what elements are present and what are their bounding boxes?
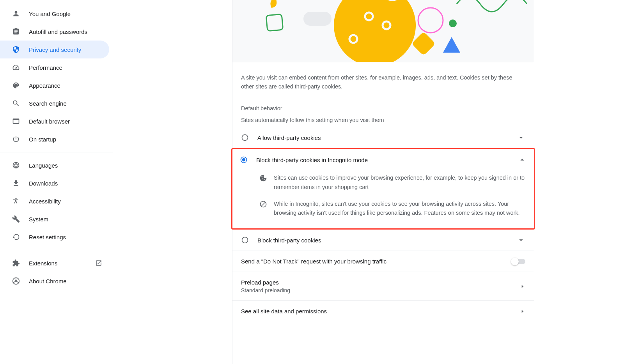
sidebar-item-label: You and Google — [29, 11, 71, 17]
sidebar-item-label: Extensions — [29, 260, 57, 267]
chevron-down-icon — [517, 236, 525, 244]
sidebar-item-label: Accessibility — [29, 198, 61, 205]
chevron-right-icon — [520, 284, 525, 289]
wrench-icon — [12, 215, 20, 223]
sidebar-item-label: System — [29, 216, 48, 223]
sidebar-item-accessibility[interactable]: Accessibility — [0, 192, 109, 210]
sidebar-item-you-google[interactable]: You and Google — [0, 5, 109, 23]
chevron-down-icon — [517, 133, 525, 142]
svg-point-1 — [15, 280, 17, 282]
sidebar-item-performance[interactable]: Performance — [0, 58, 109, 76]
power-icon — [12, 135, 20, 143]
toggle-off[interactable] — [512, 259, 525, 264]
option-block-incognito[interactable]: Block third-party cookies in Incognito m… — [232, 149, 534, 170]
accessibility-icon — [12, 197, 20, 205]
sidebar-item-privacy[interactable]: Privacy and security — [0, 41, 109, 58]
sidebar-item-label: On startup — [29, 136, 56, 143]
setting-label: See all site data and permissions — [241, 308, 520, 315]
open-external-icon — [95, 260, 102, 267]
chevron-up-icon — [518, 155, 526, 164]
setting-site-data-permissions[interactable]: See all site data and permissions — [232, 300, 534, 322]
sidebar-item-label: Reset settings — [29, 234, 66, 240]
option-allow-third-party[interactable]: Allow third-party cookies — [232, 127, 534, 148]
globe-icon — [12, 161, 20, 170]
setting-label: Preload pages — [241, 279, 520, 286]
section-subtitle: Sites automatically follow this setting … — [241, 117, 525, 123]
sidebar-item-about[interactable]: About Chrome — [0, 272, 109, 290]
chevron-right-icon — [520, 309, 525, 314]
sidebar-item-autofill[interactable]: Autofill and passwords — [0, 23, 109, 41]
setting-label: Send a "Do Not Track" request with your … — [241, 258, 512, 265]
sidebar-item-label: Downloads — [29, 180, 58, 187]
option-label: Block third-party cookies in Incognito m… — [256, 157, 513, 163]
highlighted-region: Block third-party cookies in Incognito m… — [231, 148, 535, 230]
option-block-all[interactable]: Block third-party cookies — [232, 230, 534, 251]
sidebar-item-downloads[interactable]: Downloads — [0, 174, 109, 192]
option-label: Allow third-party cookies — [257, 134, 512, 141]
chrome-icon — [12, 277, 20, 285]
palette-icon — [12, 81, 20, 90]
sidebar-item-languages[interactable]: Languages — [0, 156, 109, 174]
sidebar-item-label: Performance — [29, 64, 62, 71]
detail-cookie-desc: Sites can use cookies to improve your br… — [241, 170, 525, 196]
sidebar-item-reset[interactable]: Reset settings — [0, 228, 109, 246]
svg-point-13 — [242, 158, 245, 161]
sidebar-item-label: Default browser — [29, 118, 70, 125]
sidebar-item-system[interactable]: System — [0, 210, 109, 228]
radio-selected-icon — [240, 156, 248, 164]
svg-point-9 — [449, 19, 457, 27]
svg-rect-10 — [411, 32, 436, 56]
block-icon — [259, 200, 268, 208]
sidebar-item-search-engine[interactable]: Search engine — [0, 94, 109, 112]
sidebar-item-label: Autofill and passwords — [29, 28, 87, 35]
setting-preload-pages[interactable]: Preload pages Standard preloading — [232, 272, 534, 300]
setting-sublabel: Standard preloading — [241, 287, 520, 293]
radio-unselected-icon — [241, 236, 249, 244]
svg-point-11 — [242, 135, 248, 141]
extension-icon — [12, 259, 20, 267]
sidebar-item-label: Privacy and security — [29, 46, 81, 53]
clipboard-icon — [12, 27, 20, 36]
settings-content: A site you visit can embed content from … — [232, 0, 534, 364]
sidebar-item-extensions[interactable]: Extensions — [0, 254, 109, 272]
option-label: Block third-party cookies — [257, 237, 512, 244]
search-icon — [12, 99, 20, 108]
sidebar-item-label: Languages — [29, 162, 58, 169]
sidebar-item-label: Search engine — [29, 100, 67, 107]
person-icon — [12, 9, 20, 18]
section-title: Default behavior — [241, 105, 525, 111]
svg-rect-2 — [266, 14, 283, 31]
cookie-icon — [259, 174, 268, 182]
sidebar-item-startup[interactable]: On startup — [0, 130, 109, 148]
shield-icon — [12, 45, 20, 54]
intro-text: A site you visit can embed content from … — [232, 62, 534, 98]
download-icon — [12, 179, 20, 187]
speedometer-icon — [12, 63, 20, 72]
sidebar-item-default-browser[interactable]: Default browser — [0, 112, 109, 130]
setting-do-not-track[interactable]: Send a "Do Not Track" request with your … — [232, 251, 534, 272]
svg-rect-3 — [303, 12, 332, 26]
radio-unselected-icon — [241, 134, 249, 141]
svg-point-8 — [418, 8, 443, 33]
hero-illustration — [232, 0, 534, 62]
settings-sidebar: You and Google Autofill and passwords Pr… — [0, 0, 113, 364]
browser-icon — [12, 117, 20, 125]
reset-icon — [12, 233, 20, 241]
sidebar-item-label: Appearance — [29, 82, 60, 89]
sidebar-item-label: About Chrome — [29, 278, 67, 284]
detail-block-desc: While in Incognito, sites can't use your… — [241, 196, 525, 222]
svg-point-16 — [242, 237, 248, 243]
svg-line-15 — [261, 202, 265, 206]
sidebar-item-appearance[interactable]: Appearance — [0, 76, 109, 94]
